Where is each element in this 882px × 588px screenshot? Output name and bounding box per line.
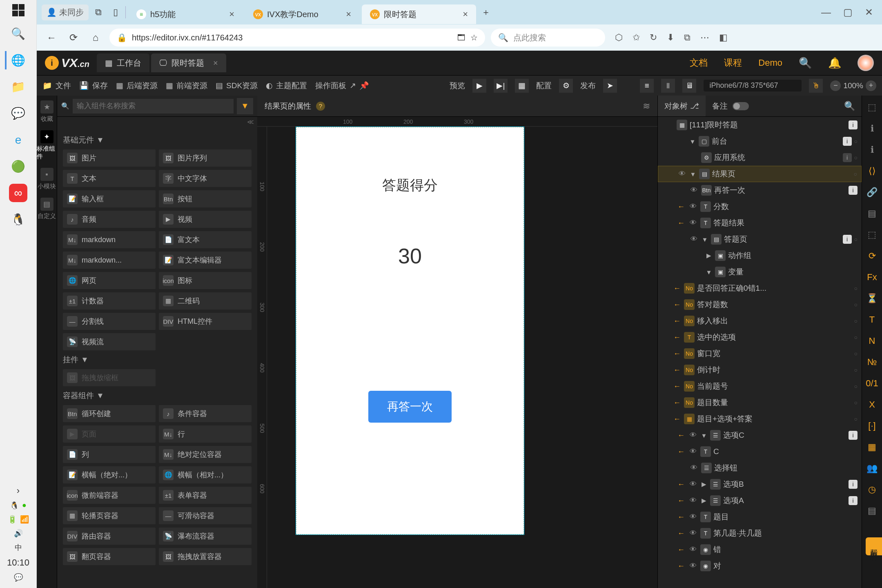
component-item[interactable]: 📡视频流 xyxy=(63,333,156,350)
tree-row[interactable]: ←👁T分数 xyxy=(658,198,862,215)
bell-icon[interactable]: 🔔 xyxy=(828,57,841,69)
component-item[interactable]: ▦轮播页容器 xyxy=(63,507,156,524)
container-section-title[interactable]: 容器组件 ▼ xyxy=(63,386,252,405)
component-item[interactable]: ±1计数器 xyxy=(63,292,156,310)
publish-button[interactable]: 发布 xyxy=(580,80,596,91)
help-icon[interactable]: ? xyxy=(316,102,325,111)
chevron-right-icon[interactable]: › xyxy=(17,486,20,496)
tree-row[interactable]: ←👁◉错 xyxy=(658,541,862,558)
close-icon[interactable]: × xyxy=(229,9,234,20)
tree-row[interactable]: ←No窗口宽○ xyxy=(658,345,862,362)
bracket-icon[interactable]: ⟨⟩ xyxy=(866,165,878,177)
eye-icon[interactable]: 👁 xyxy=(688,219,698,227)
play-step-icon[interactable]: ▶| xyxy=(494,79,508,93)
component-item[interactable]: icon微前端容器 xyxy=(63,487,156,504)
component-item[interactable]: —可滑动容器 xyxy=(159,507,252,524)
demo-link[interactable]: Demo xyxy=(758,58,782,68)
flow-icon[interactable]: ⟳ xyxy=(866,250,878,262)
ime-icon[interactable]: 中 xyxy=(15,543,22,552)
explorer-icon[interactable]: 📁 xyxy=(9,78,27,96)
preview-button[interactable]: 预览 xyxy=(450,80,465,91)
chevron-icon[interactable]: ▼ xyxy=(705,269,713,276)
workspace-tab[interactable]: ▦ 工作台 xyxy=(97,53,149,72)
info-icon[interactable]: i xyxy=(849,186,858,195)
app-icon[interactable]: ∞ xyxy=(9,184,27,202)
chevron-icon[interactable]: ▶ xyxy=(705,252,713,259)
info-icon[interactable]: ℹ xyxy=(866,122,878,135)
link-icon[interactable]: 🔗 xyxy=(866,186,878,198)
tray-wechat-icon[interactable]: ● xyxy=(22,501,27,510)
align-icon[interactable]: ≡ xyxy=(640,79,654,93)
close-icon[interactable]: × xyxy=(346,9,351,20)
tree-tab[interactable]: 对象树⎇ xyxy=(658,96,706,116)
eye-icon[interactable]: 👁 xyxy=(688,497,698,505)
mouse-icon[interactable]: 🖱 xyxy=(809,79,823,93)
start-icon[interactable] xyxy=(12,4,24,16)
tree-row[interactable]: ▦[111]限时答题i xyxy=(658,117,862,133)
backend-button[interactable]: ▦后端资源 xyxy=(116,80,158,91)
send-icon[interactable]: ➤ xyxy=(603,79,617,93)
wechat-icon[interactable]: 💬 xyxy=(9,104,27,122)
device-icon[interactable]: 🖥 xyxy=(682,79,696,93)
notifications-icon[interactable]: 💬 xyxy=(14,573,23,582)
info-icon[interactable]: i xyxy=(843,235,852,244)
component-item[interactable]: 🖼拖拽放置容器 xyxy=(159,548,252,565)
file-menu[interactable]: 📁文件 xyxy=(42,80,71,91)
wifi-icon[interactable]: 📶 xyxy=(20,515,29,524)
panel-button[interactable]: 操作面板↗📌 xyxy=(315,80,369,91)
info-icon[interactable]: i xyxy=(849,431,858,440)
eye-icon[interactable]: 👁 xyxy=(688,203,698,211)
eye-icon[interactable]: 👁 xyxy=(677,170,687,178)
component-item[interactable]: 🖼图片序列 xyxy=(159,149,252,167)
avatar[interactable] xyxy=(858,55,874,71)
score-value[interactable]: 30 xyxy=(308,244,512,268)
component-search-input[interactable] xyxy=(73,99,234,114)
address-bar[interactable]: 🔒 https://editor.ivx.cn/#11764243 🗔 ☆ xyxy=(109,29,485,47)
sidebar-favorites[interactable]: ★收藏 xyxy=(40,100,53,123)
component-item[interactable]: M↓绝对定位容器 xyxy=(159,446,252,463)
component-item[interactable]: ▶视频 xyxy=(159,211,252,228)
minimize-icon[interactable]: ― xyxy=(821,7,831,18)
downloads-icon[interactable]: ⬇ xyxy=(667,32,674,43)
qq-icon[interactable]: 🐧 xyxy=(9,210,27,229)
chevron-icon[interactable]: ▶ xyxy=(700,497,708,504)
new-tab-icon[interactable]: ＋ xyxy=(479,5,493,20)
star-icon[interactable]: ☆ xyxy=(470,33,478,42)
filter-icon[interactable]: ▼ xyxy=(237,98,253,114)
eye-icon[interactable]: 👁 xyxy=(688,448,698,456)
config-button[interactable]: 配置 xyxy=(536,80,552,91)
component-item[interactable]: 字中文字体 xyxy=(159,170,252,187)
collections-icon[interactable]: ⧉ xyxy=(91,5,106,20)
profile-button[interactable]: 👤 未同步 xyxy=(42,4,89,20)
tree-row[interactable]: ←👁TC xyxy=(658,443,862,460)
chevron-icon[interactable]: ▼ xyxy=(689,138,696,145)
retry-button[interactable]: 再答一次 xyxy=(368,391,452,423)
eye-icon[interactable]: 👁 xyxy=(688,529,698,537)
save-button[interactable]: 💾保存 xyxy=(79,80,108,91)
history-icon[interactable]: ↻ xyxy=(650,32,657,43)
tree-row[interactable]: ⚙应用系统i○ xyxy=(658,149,862,166)
widget-section-title[interactable]: 挂件 ▼ xyxy=(63,350,252,369)
tree-row[interactable]: 👁▼▤答题页i○ xyxy=(658,231,862,247)
component-item[interactable]: 📝横幅（绝对...） xyxy=(63,466,156,483)
search-icon[interactable]: 🔍 xyxy=(844,101,862,111)
close-icon[interactable]: × xyxy=(213,58,218,68)
component-item[interactable]: Btn按钮 xyxy=(159,190,252,207)
note-tab[interactable]: 备注 xyxy=(706,96,755,116)
sidebar-custom[interactable]: ▤自定义 xyxy=(38,198,56,220)
theme-button[interactable]: ◐主题配置 xyxy=(266,80,307,91)
chevron-icon[interactable]: ▼ xyxy=(701,236,708,243)
tree-row[interactable]: ←👁▶☰选项Bi xyxy=(658,476,862,492)
component-item[interactable]: 🖼拖拽放缩框 xyxy=(63,369,156,386)
eye-icon[interactable]: 👁 xyxy=(689,235,699,243)
info2-icon[interactable]: ℹ xyxy=(866,144,878,156)
eye-icon[interactable]: 👁 xyxy=(689,186,699,194)
component-item[interactable]: —分割线 xyxy=(63,313,156,330)
project-tab[interactable]: 🖵 限时答题 × xyxy=(151,53,226,72)
chevron-icon[interactable]: ▶ xyxy=(700,481,708,488)
tree-row[interactable]: 👁☰选择钮 xyxy=(658,460,862,476)
info-icon[interactable]: i xyxy=(843,137,852,146)
fx-icon[interactable]: Fx xyxy=(866,271,878,283)
eye-icon[interactable]: 👁 xyxy=(688,480,698,488)
component-item[interactable]: 📝输入框 xyxy=(63,190,156,207)
